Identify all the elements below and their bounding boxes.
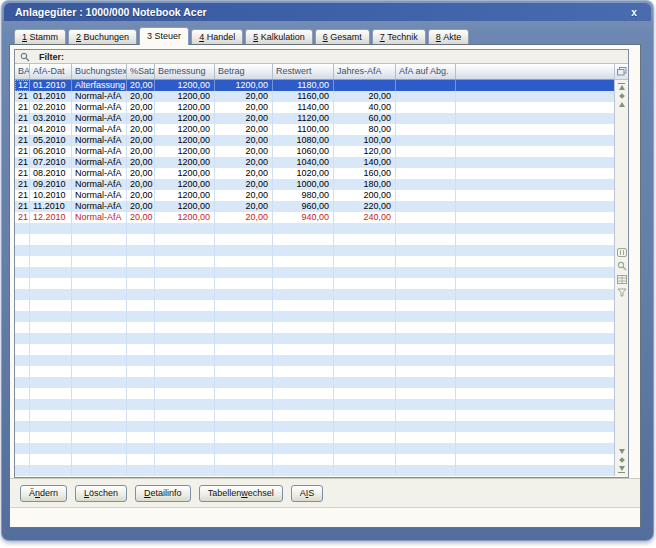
column-chooser-button[interactable] xyxy=(615,64,628,80)
cell-afa_dat[interactable] xyxy=(30,465,72,476)
cell-buchungstext[interactable]: Normal-AfA xyxy=(72,201,127,212)
cell-jahres_afa[interactable]: 160,00 xyxy=(334,168,396,179)
cell-ba[interactable] xyxy=(15,234,30,245)
cell-satz[interactable]: 20,00 xyxy=(127,168,155,179)
cell-spacer[interactable] xyxy=(456,113,614,124)
cell-afa_abg[interactable] xyxy=(396,399,456,410)
cell-afa_dat[interactable] xyxy=(30,256,72,267)
cell-betrag[interactable]: 20,00 xyxy=(215,102,273,113)
cell-afa_dat[interactable] xyxy=(30,289,72,300)
cell-restwert[interactable] xyxy=(273,223,334,234)
cell-afa_abg[interactable] xyxy=(396,322,456,333)
cell-bemessung[interactable] xyxy=(155,278,215,289)
cell-afa_dat[interactable] xyxy=(30,443,72,454)
cell-restwert[interactable]: 1080,00 xyxy=(273,135,334,146)
cell-betrag[interactable] xyxy=(215,333,273,344)
cell-spacer[interactable] xyxy=(456,377,614,388)
cell-restwert[interactable] xyxy=(273,377,334,388)
cell-spacer[interactable] xyxy=(456,91,614,102)
cell-afa_abg[interactable] xyxy=(396,80,456,91)
cell-bemessung[interactable] xyxy=(155,267,215,278)
cell-restwert[interactable]: 1100,00 xyxy=(273,124,334,135)
cell-betrag[interactable]: 20,00 xyxy=(215,168,273,179)
cell-spacer[interactable] xyxy=(456,245,614,256)
cell-betrag[interactable] xyxy=(215,399,273,410)
table-row[interactable]: 2102.2010Normal-AfA20,001200,0020,001140… xyxy=(15,102,614,113)
cell-afa_dat[interactable]: 08.2010 xyxy=(30,168,72,179)
cell-restwert[interactable] xyxy=(273,355,334,366)
cell-ba[interactable]: 21 xyxy=(15,179,30,190)
cell-bemessung[interactable] xyxy=(155,443,215,454)
cell-satz[interactable]: 20,00 xyxy=(127,201,155,212)
cell-afa_dat[interactable]: 05.2010 xyxy=(30,135,72,146)
cell-jahres_afa[interactable]: 200,00 xyxy=(334,190,396,201)
cell-restwert[interactable] xyxy=(273,311,334,322)
cell-satz[interactable] xyxy=(127,311,155,322)
cell-ba[interactable] xyxy=(15,443,30,454)
cell-afa_abg[interactable] xyxy=(396,300,456,311)
cell-afa_abg[interactable] xyxy=(396,289,456,300)
table-row-empty[interactable] xyxy=(15,366,614,377)
cell-betrag[interactable]: 20,00 xyxy=(215,113,273,124)
cell-satz[interactable] xyxy=(127,410,155,421)
cell-jahres_afa[interactable] xyxy=(334,454,396,465)
cell-restwert[interactable] xyxy=(273,289,334,300)
cell-afa_dat[interactable] xyxy=(30,278,72,289)
cell-betrag[interactable] xyxy=(215,410,273,421)
cell-afa_abg[interactable] xyxy=(396,421,456,432)
cell-satz[interactable] xyxy=(127,443,155,454)
cell-jahres_afa[interactable] xyxy=(334,223,396,234)
table-row[interactable]: 2112.2010Normal-AfA20,001200,0020,00940,… xyxy=(15,212,614,223)
cell-spacer[interactable] xyxy=(456,256,614,267)
cell-afa_dat[interactable]: 06.2010 xyxy=(30,146,72,157)
table-row-empty[interactable] xyxy=(15,454,614,465)
cell-afa_abg[interactable] xyxy=(396,179,456,190)
cell-jahres_afa[interactable] xyxy=(334,355,396,366)
cell-afa_abg[interactable] xyxy=(396,256,456,267)
table-row-empty[interactable] xyxy=(15,344,614,355)
l-schen-button[interactable]: Löschen xyxy=(75,485,127,502)
cell-bemessung[interactable] xyxy=(155,311,215,322)
ais-button[interactable]: AIS xyxy=(291,485,324,502)
cell-ba[interactable] xyxy=(15,311,30,322)
cell-bemessung[interactable] xyxy=(155,410,215,421)
close-icon[interactable]: x xyxy=(627,6,641,20)
cell-buchungstext[interactable] xyxy=(72,278,127,289)
cell-restwert[interactable]: 960,00 xyxy=(273,201,334,212)
cell-spacer[interactable] xyxy=(456,333,614,344)
cell-betrag[interactable]: 20,00 xyxy=(215,124,273,135)
cell-satz[interactable] xyxy=(127,278,155,289)
cell-jahres_afa[interactable]: 240,00 xyxy=(334,212,396,223)
cell-restwert[interactable]: 980,00 xyxy=(273,190,334,201)
cell-afa_abg[interactable] xyxy=(396,443,456,454)
cell-satz[interactable] xyxy=(127,234,155,245)
cell-restwert[interactable]: 940,00 xyxy=(273,212,334,223)
cell-restwert[interactable]: 1120,00 xyxy=(273,113,334,124)
scroll-up-icon[interactable] xyxy=(619,102,625,107)
cell-satz[interactable]: 20,00 xyxy=(127,212,155,223)
cell-buchungstext[interactable] xyxy=(72,289,127,300)
cell-satz[interactable] xyxy=(127,399,155,410)
table-row-empty[interactable] xyxy=(15,223,614,234)
tab-technik[interactable]: 7 Technik xyxy=(372,29,426,44)
cell-ba[interactable] xyxy=(15,377,30,388)
cell-satz[interactable]: 20,00 xyxy=(127,80,155,91)
cell-spacer[interactable] xyxy=(456,267,614,278)
cell-buchungstext[interactable]: Normal-AfA xyxy=(72,157,127,168)
search-icon[interactable] xyxy=(617,261,627,271)
cell-restwert[interactable] xyxy=(273,399,334,410)
table-row-empty[interactable] xyxy=(15,278,614,289)
cell-satz[interactable] xyxy=(127,300,155,311)
cell-restwert[interactable] xyxy=(273,322,334,333)
cell-betrag[interactable]: 20,00 xyxy=(215,201,273,212)
cell-ba[interactable] xyxy=(15,322,30,333)
cell-bemessung[interactable] xyxy=(155,300,215,311)
cell-afa_abg[interactable] xyxy=(396,366,456,377)
cell-betrag[interactable] xyxy=(215,388,273,399)
cell-satz[interactable] xyxy=(127,344,155,355)
cell-bemessung[interactable] xyxy=(155,454,215,465)
table-row[interactable]: 2105.2010Normal-AfA20,001200,0020,001080… xyxy=(15,135,614,146)
cell-afa_abg[interactable] xyxy=(396,311,456,322)
cell-jahres_afa[interactable]: 180,00 xyxy=(334,179,396,190)
cell-jahres_afa[interactable] xyxy=(334,322,396,333)
